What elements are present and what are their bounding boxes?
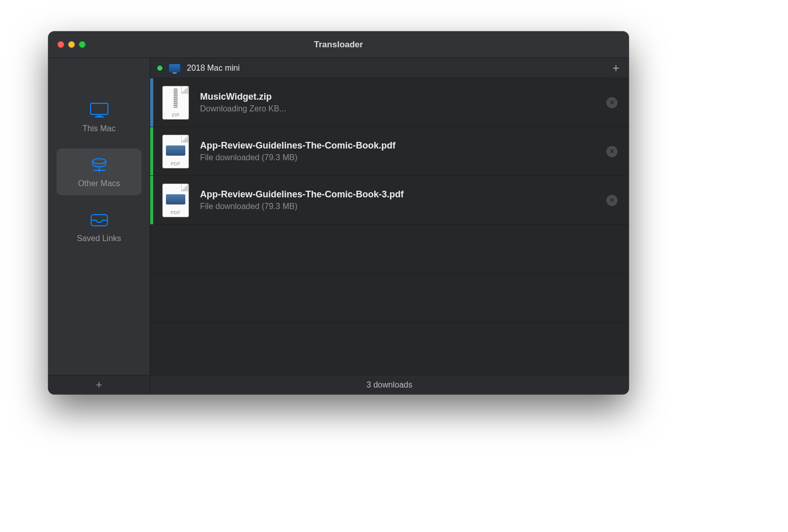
download-row[interactable]: PDF App-Review-Guidelines-The-Comic-Book… [150,127,629,176]
download-filename: App-Review-Guidelines-The-Comic-Book.pdf [200,140,606,151]
empty-row [150,274,629,322]
downloads-list: ZIP MusicWidget.zip Downloading Zero KB.… [150,78,629,375]
file-ext-label: ZIP [163,112,188,117]
remove-download-button[interactable]: ✕ [606,146,617,157]
svg-point-3 [93,159,106,164]
sidebar-item-label: Saved Links [77,234,121,243]
download-text: App-Review-Guidelines-The-Comic-Book.pdf… [200,140,606,162]
svg-rect-2 [95,116,104,117]
progress-stripe [150,176,153,224]
app-window: Transloader This Mac [48,32,629,394]
remove-download-button[interactable]: ✕ [606,97,617,108]
svg-rect-1 [97,115,102,116]
computer-icon [168,64,181,73]
file-icon: ZIP [162,86,189,120]
svg-rect-0 [91,103,108,114]
sidebar-item-saved-links[interactable]: Saved Links [57,203,142,250]
download-status: File downloaded (79.3 MB) [200,153,606,162]
source-name: 2018 Mac mini [187,64,240,73]
svg-point-5 [98,169,100,172]
inbox-icon [89,212,110,229]
progress-stripe [150,78,153,127]
download-filename: MusicWidget.zip [200,92,606,102]
file-ext-label: PDF [163,210,188,215]
file-ext-label: PDF [163,161,188,166]
network-drive-icon [89,157,110,174]
downloads-summary: 3 downloads [150,380,629,390]
progress-stripe [150,127,153,175]
window-body: This Mac Other Macs [48,58,629,375]
footer-left: + [48,375,150,394]
download-row[interactable]: PDF App-Review-Guidelines-The-Comic-Book… [150,176,629,225]
sidebar-item-other-macs[interactable]: Other Macs [57,149,142,195]
download-status: Downloading Zero KB... [200,104,606,113]
download-text: MusicWidget.zip Downloading Zero KB... [200,92,606,113]
monitor-icon [89,102,110,119]
footer: + 3 downloads [48,375,629,394]
download-status: File downloaded (79.3 MB) [200,202,606,211]
sidebar-item-this-mac[interactable]: This Mac [57,94,142,140]
add-download-button[interactable]: + [610,62,622,74]
source-header: 2018 Mac mini + [150,58,629,78]
file-icon: PDF [162,135,189,168]
sidebar-item-label: Other Macs [78,179,120,188]
download-filename: App-Review-Guidelines-The-Comic-Book-3.p… [200,189,606,200]
add-source-button[interactable]: + [96,379,102,391]
sidebar-item-label: This Mac [82,124,116,133]
file-icon: PDF [162,184,189,217]
empty-row [150,225,629,274]
download-text: App-Review-Guidelines-The-Comic-Book-3.p… [200,189,606,211]
download-row[interactable]: ZIP MusicWidget.zip Downloading Zero KB.… [150,78,629,127]
main-panel: 2018 Mac mini + ZIP MusicWidget.zip Down… [150,58,629,375]
titlebar: Transloader [48,32,629,58]
sidebar: This Mac Other Macs [48,58,150,375]
window-title: Transloader [48,40,629,50]
online-status-icon [157,66,162,71]
remove-download-button[interactable]: ✕ [606,195,617,206]
